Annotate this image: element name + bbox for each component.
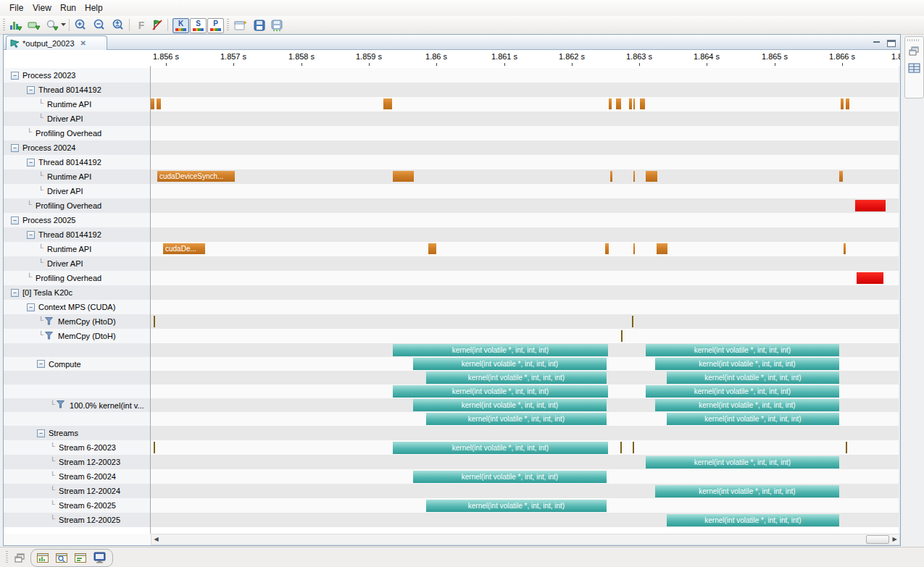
timeline-lane-driver-api[interactable] (151, 256, 899, 271)
kernel-bar[interactable]: kernel(int volatile *, int, int, int) (426, 413, 607, 425)
menu-run[interactable]: Run (57, 1, 80, 14)
collapse-icon[interactable]: − (11, 144, 19, 152)
collect-metrics-icon[interactable] (26, 17, 42, 33)
new-session-icon[interactable]: ✦ (233, 17, 249, 33)
timeline-lane-profiling-overhead[interactable] (151, 126, 899, 140)
kernel-bar[interactable]: kernel(int volatile *, int, int, int) (646, 344, 839, 356)
timeline-lane-driver-api[interactable] (151, 112, 899, 126)
stream-color-toggle[interactable]: S (190, 18, 207, 33)
collapse-icon[interactable]: − (37, 429, 45, 437)
zoom-out-icon[interactable] (91, 17, 107, 33)
tree-item-thread-80144192[interactable]: −Thread 80144192 (4, 227, 173, 242)
timeline-lane-streams[interactable] (151, 426, 899, 440)
timeline-lane-memcpy-htod[interactable] (151, 314, 899, 329)
timeline-lane-runtime-api[interactable] (151, 169, 899, 184)
kernel-bar[interactable]: kernel(int volatile *, int, int, int) (426, 371, 607, 384)
details-view-icon[interactable] (56, 553, 67, 563)
timeline-lane-process-20023[interactable] (151, 68, 899, 83)
tree-item-driver-api[interactable]: └Driver API (4, 184, 185, 198)
runtime-api-bar[interactable] (610, 171, 612, 182)
scroll-left-icon[interactable]: ◀ (151, 534, 161, 543)
runtime-api-bar[interactable] (151, 98, 154, 109)
tree-item-context-mps-cuda[interactable]: −Context MPS (CUDA) (4, 300, 173, 314)
profile-application-icon[interactable] (8, 17, 24, 33)
collapse-icon[interactable]: − (27, 303, 35, 311)
collapse-icon[interactable]: − (37, 360, 45, 368)
runtime-api-bar[interactable] (609, 98, 612, 109)
timeline-lane-memcpy-dtoh[interactable] (151, 329, 899, 343)
collapse-icon[interactable]: − (11, 289, 19, 297)
analyze-icon[interactable] (44, 17, 60, 33)
kernel-bar[interactable]: kernel(int volatile *, int, int, int) (413, 471, 607, 483)
kernel-bar[interactable]: kernel(int volatile *, int, int, int) (393, 442, 608, 454)
properties-view-icon[interactable] (908, 63, 920, 76)
tree-item-stream-12-20025[interactable]: └Stream 12-20025 (4, 513, 196, 527)
flag-no-icon[interactable] (149, 17, 165, 33)
tree-item-thread-80144192[interactable]: −Thread 80144192 (4, 155, 173, 169)
memcpy-tick[interactable] (154, 442, 155, 453)
runtime-api-bar[interactable] (383, 98, 392, 109)
kernel-bar[interactable]: kernel(int volatile *, int, int, int) (393, 385, 608, 398)
tree-item-driver-api[interactable]: └Driver API (4, 112, 185, 126)
runtime-api-bar[interactable] (640, 98, 645, 109)
kernel-bar[interactable]: kernel(int volatile *, int, int, int) (667, 371, 839, 384)
timeline-lane-profiling-overhead[interactable] (151, 271, 899, 285)
kernel-bar[interactable]: kernel(int volatile *, int, int, int) (426, 500, 607, 512)
tree-item-process-20024[interactable]: −Process 20024 (4, 140, 157, 155)
profiling-overhead-bar[interactable] (857, 272, 883, 284)
tab-output-20023[interactable]: *output_20023 ✕ (6, 35, 107, 50)
kernel-bar[interactable]: kernel(int volatile *, int, int, int) (655, 399, 839, 411)
tree-item-thread-80144192[interactable]: −Thread 80144192 (4, 83, 173, 97)
memcpy-tick[interactable] (633, 442, 634, 453)
kernel-bar[interactable]: kernel(int volatile *, int, int, int) (646, 456, 839, 469)
profiling-overhead-bar[interactable] (855, 200, 886, 211)
tree-item-process-20023[interactable]: −Process 20023 (4, 68, 157, 83)
runtime-api-bar[interactable] (657, 243, 667, 254)
runtime-api-bar[interactable] (157, 98, 161, 109)
kernel-bar[interactable]: kernel(int volatile *, int, int, int) (667, 514, 839, 526)
kernel-bar[interactable]: kernel(int volatile *, int, int, int) (413, 399, 607, 411)
runtime-api-bar[interactable] (633, 171, 635, 182)
zoom-in-icon[interactable] (72, 17, 88, 33)
timeline-lane-profiling-overhead[interactable] (151, 198, 899, 213)
tree-item-100-0-kernel-int-v[interactable]: └100.0% kernel(int v... (4, 385, 196, 426)
timeline-lane-context-mps-cuda[interactable] (151, 300, 899, 314)
tree-item-streams[interactable]: −Streams (4, 426, 183, 440)
console-view-icon[interactable] (93, 552, 107, 566)
kernel-bar[interactable]: kernel(int volatile *, int, int, int) (646, 385, 839, 398)
timeline-lane-thread-80144192[interactable] (151, 155, 899, 169)
kernel-bar[interactable]: kernel(int volatile *, int, int, int) (393, 344, 608, 356)
menu-file[interactable]: File (6, 1, 27, 14)
runtime-api-bar[interactable] (629, 98, 632, 109)
timeline-lane-process-20025[interactable] (151, 213, 899, 227)
runtime-api-bar[interactable] (646, 171, 657, 182)
tree-item-runtime-api[interactable]: └Runtime API (4, 242, 185, 256)
timeline-lane-runtime-api[interactable] (151, 97, 899, 112)
runtime-api-bar[interactable] (605, 243, 609, 254)
tree-item-process-20025[interactable]: −Process 20025 (4, 213, 157, 227)
runtime-api-bar[interactable]: cudaDeviceSynch... (157, 171, 235, 182)
runtime-api-bar[interactable]: cudaDe... (163, 243, 205, 254)
timeline-lane-thread-80144192[interactable] (151, 83, 899, 97)
scroll-right-icon[interactable]: ▶ (890, 534, 899, 543)
memcpy-tick[interactable] (621, 330, 623, 342)
runtime-api-bar[interactable] (393, 171, 414, 182)
tree-item-0-tesla-k20c[interactable]: −[0] Tesla K20c (4, 285, 157, 300)
tree-item-profiling-overhead[interactable]: └Profiling Overhead (4, 126, 173, 140)
kernel-bar[interactable]: kernel(int volatile *, int, int, int) (413, 358, 607, 370)
runtime-api-bar[interactable] (428, 243, 436, 254)
runtime-api-bar[interactable] (841, 98, 844, 109)
tree-item-stream-6-20024[interactable]: └Stream 6-20024 (4, 469, 196, 484)
tree-item-profiling-overhead[interactable]: └Profiling Overhead (4, 198, 173, 213)
timeline-lane-driver-api[interactable] (151, 184, 899, 198)
analysis-view-icon[interactable] (37, 553, 49, 563)
tab-close-icon[interactable]: ✕ (80, 39, 86, 47)
tree-item-stream-12-20023[interactable]: └Stream 12-20023 (4, 455, 196, 469)
f-marker-icon[interactable]: F (133, 17, 149, 33)
save-all-icon[interactable] (269, 17, 285, 33)
collapse-icon[interactable]: − (27, 231, 35, 239)
filter-funnel-icon[interactable] (45, 332, 53, 341)
save-icon[interactable] (251, 17, 267, 33)
runtime-api-bar[interactable] (846, 98, 849, 109)
memcpy-tick[interactable] (620, 442, 622, 453)
